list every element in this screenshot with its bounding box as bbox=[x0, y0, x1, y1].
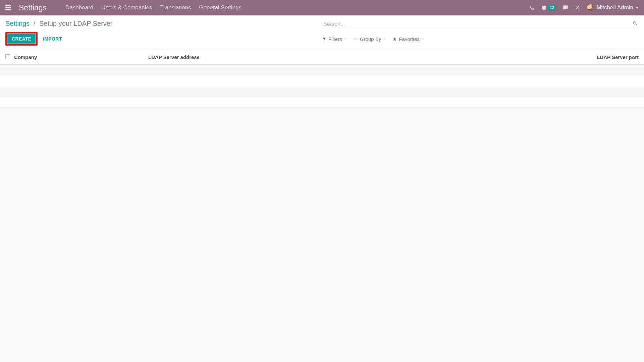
nav-link-translations[interactable]: Translations bbox=[160, 4, 191, 11]
breadcrumb-current: Setup your LDAP Server bbox=[39, 20, 113, 27]
chevron-down-icon bbox=[636, 7, 639, 9]
breadcrumb: Settings / Setup your LDAP Server bbox=[5, 19, 322, 29]
col-address[interactable]: LDAP Server address bbox=[148, 54, 572, 60]
groupby-dropdown[interactable]: Group By bbox=[354, 36, 386, 42]
table-row bbox=[0, 97, 644, 108]
phone-icon[interactable] bbox=[529, 5, 535, 10]
table-row bbox=[0, 75, 644, 86]
col-company[interactable]: Company bbox=[14, 54, 148, 60]
table-row bbox=[0, 86, 644, 97]
create-button[interactable]: CREATE bbox=[7, 34, 36, 44]
table-row bbox=[0, 65, 644, 75]
chevron-down-icon bbox=[383, 38, 386, 40]
nav-right: 12 Mitchell Admin bbox=[529, 4, 639, 11]
star-icon bbox=[392, 37, 397, 41]
select-all-checkbox[interactable] bbox=[5, 54, 10, 59]
filters-dropdown[interactable]: Filters bbox=[322, 36, 347, 42]
nav-link-dashboard[interactable]: Dashboard bbox=[65, 4, 93, 11]
col-checkbox bbox=[5, 54, 14, 60]
app-title: Settings bbox=[19, 3, 47, 12]
avatar-icon bbox=[587, 4, 594, 11]
top-navbar: Settings Dashboard Users & Companies Tra… bbox=[0, 0, 644, 15]
list-view: Company LDAP Server address LDAP Server … bbox=[0, 50, 644, 108]
col-port[interactable]: LDAP Server port bbox=[572, 54, 639, 60]
search-input[interactable] bbox=[322, 19, 639, 29]
control-panel: Settings / Setup your LDAP Server CREATE… bbox=[0, 15, 644, 50]
breadcrumb-root[interactable]: Settings bbox=[5, 20, 30, 27]
table-header: Company LDAP Server address LDAP Server … bbox=[0, 50, 644, 65]
messages-icon[interactable] bbox=[563, 5, 568, 10]
groupby-label: Group By bbox=[360, 36, 381, 42]
list-icon bbox=[354, 37, 358, 41]
chevron-down-icon bbox=[422, 38, 424, 40]
apps-icon[interactable] bbox=[5, 5, 11, 11]
nav-link-users-companies[interactable]: Users & Companies bbox=[101, 4, 152, 11]
search-wrap bbox=[322, 19, 639, 29]
chevron-down-icon bbox=[344, 38, 347, 40]
breadcrumb-sep: / bbox=[34, 20, 36, 27]
activity-badge: 12 bbox=[548, 5, 556, 10]
close-icon[interactable] bbox=[575, 5, 580, 10]
nav-links: Dashboard Users & Companies Translations… bbox=[65, 4, 241, 11]
favorites-label: Favorites bbox=[399, 36, 420, 42]
filter-area: Filters Group By Favorites bbox=[322, 36, 424, 42]
action-buttons: CREATE IMPORT bbox=[5, 32, 322, 46]
activity-icon[interactable]: 12 bbox=[541, 5, 556, 10]
create-highlight: CREATE bbox=[5, 32, 38, 46]
nav-link-general-settings[interactable]: General Settings bbox=[199, 4, 241, 11]
import-button[interactable]: IMPORT bbox=[41, 34, 64, 44]
user-menu[interactable]: Mitchell Admin bbox=[587, 4, 639, 11]
filters-label: Filters bbox=[328, 36, 342, 42]
favorites-dropdown[interactable]: Favorites bbox=[392, 36, 424, 42]
funnel-icon bbox=[322, 37, 326, 41]
search-icon[interactable] bbox=[633, 21, 638, 27]
user-name: Mitchell Admin bbox=[596, 4, 633, 11]
